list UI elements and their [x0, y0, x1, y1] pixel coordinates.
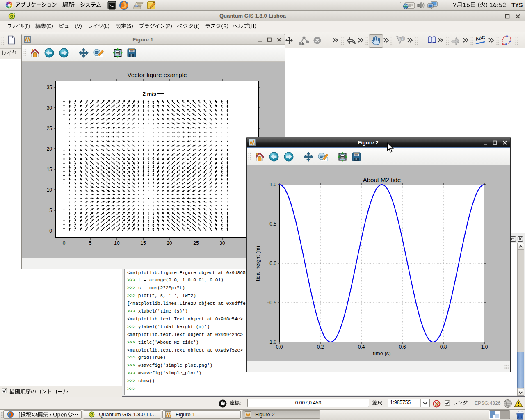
svg-text:30: 30	[219, 240, 225, 246]
svg-text:−1.0: −1.0	[267, 339, 276, 345]
svg-text:0.6: 0.6	[399, 344, 406, 350]
svg-text:1.0: 1.0	[481, 344, 488, 350]
svg-text:−0.5: −0.5	[267, 300, 276, 306]
svg-text:1.0: 1.0	[269, 182, 276, 187]
svg-text:20: 20	[47, 146, 52, 152]
svg-text:20: 20	[167, 240, 172, 246]
svg-text:time (s): time (s)	[373, 350, 390, 356]
svg-text:0: 0	[49, 228, 52, 234]
svg-text:10: 10	[47, 187, 52, 193]
svg-text:0.4: 0.4	[358, 344, 365, 350]
svg-text:ABC: ABC	[475, 35, 486, 41]
svg-text:2 m/s: 2 m/s	[143, 91, 156, 97]
svg-text:15: 15	[47, 167, 52, 172]
svg-text:0.8: 0.8	[440, 344, 447, 350]
svg-text:0.0: 0.0	[276, 344, 283, 350]
svg-text:0.0: 0.0	[269, 260, 276, 266]
svg-text:5: 5	[89, 240, 92, 246]
svg-text:0: 0	[63, 240, 66, 246]
svg-text:0.2: 0.2	[317, 344, 324, 350]
svg-text:25: 25	[193, 240, 199, 246]
svg-text:25: 25	[47, 126, 52, 131]
svg-text:tidal height (m): tidal height (m)	[255, 246, 261, 281]
svg-text:30: 30	[47, 105, 52, 111]
svg-text:15: 15	[140, 240, 146, 246]
svg-text:10: 10	[114, 240, 120, 246]
svg-text:5: 5	[49, 208, 52, 213]
svg-text:0.5: 0.5	[269, 221, 276, 227]
svg-text:35: 35	[47, 84, 52, 90]
